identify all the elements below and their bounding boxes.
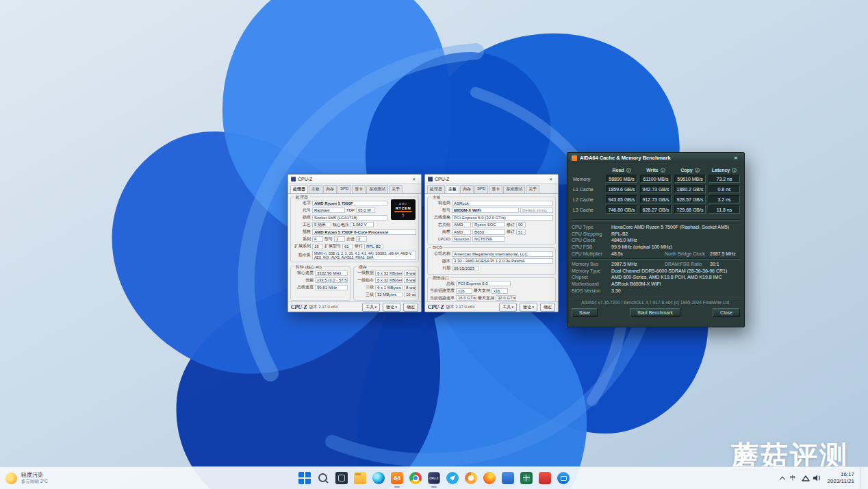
app-blue-icon: [502, 472, 514, 484]
bios-group: BIOS 公司名称American Megatrends Internation…: [427, 247, 556, 275]
app-red-icon: [539, 472, 551, 484]
l3-way: 16-way: [404, 292, 416, 297]
tab-5[interactable]: 显卡: [489, 185, 502, 193]
info-row: MotherboardASRock B650M-X WiFi: [572, 281, 740, 288]
tab-1[interactable]: 处理器: [427, 185, 445, 193]
lpcio-label: LPCIO: [430, 237, 450, 241]
close-button[interactable]: Close: [713, 308, 740, 317]
taskbar-icon-app-red[interactable]: [537, 470, 553, 486]
voltage-value: 1.082 V: [350, 222, 374, 227]
cpuz-window-processor[interactable]: CPU-Z 处理器主板内存SPD显卡基准测试关于 处理器 AMD RYZEN 5…: [288, 174, 422, 312]
info-label: Memory Bus: [572, 262, 611, 266]
version-text: 版本 2.17.0.x64: [309, 304, 338, 310]
tab-7[interactable]: 关于: [389, 185, 403, 193]
tab-6[interactable]: 基准测试: [503, 185, 525, 193]
tdp-value: 65.0 W: [356, 208, 375, 213]
specification-label: 规格: [293, 229, 311, 235]
mainboard-group: 主板 制造商ASRock 型号B650M-X WiFiDefault strin…: [427, 197, 556, 244]
tab-4[interactable]: SPD: [474, 185, 488, 193]
aida64-app-icon: [572, 155, 577, 161]
separator: [572, 219, 740, 221]
gpu-bus-label: 总线: [430, 281, 455, 287]
taskbar-icon-store[interactable]: [555, 470, 572, 486]
tab-2[interactable]: 主板: [309, 185, 322, 193]
info-icon: i: [626, 168, 631, 173]
instructions-value: MMX(+), SSE (1, 2, 3, 3S, 4.1, 4.2, 4A),…: [312, 251, 416, 260]
taskbar-icon-search[interactable]: [315, 470, 331, 486]
window-footer: CPU-Z 版本 2.17.0.x64 工具 验证 确定: [288, 301, 421, 312]
cpuz-window-mainboard[interactable]: CPU-Z 处理器主板内存SPD显卡基准测试关于 主板 制造商ASRock 型号…: [424, 174, 559, 312]
bench-row-label: L1 Cache: [572, 187, 603, 192]
close-icon[interactable]: [732, 155, 740, 161]
taskbar-icon-app-blue[interactable]: [500, 470, 516, 486]
taskbar-clock[interactable]: 16:17 2023/11/21: [828, 471, 854, 485]
bench-value-write: 61100 MB/s: [640, 175, 672, 183]
info-row: BIOS Version3.30: [572, 287, 740, 294]
close-icon[interactable]: [409, 175, 418, 183]
tab-2[interactable]: 主板: [446, 185, 459, 193]
tools-button[interactable]: 工具: [362, 303, 380, 312]
titlebar[interactable]: AIDA64 Cache & Memory Benchmark: [567, 153, 744, 163]
tab-3[interactable]: 内存: [460, 185, 474, 193]
tab-4[interactable]: SPD: [337, 185, 351, 193]
bench-value-read: 943.65 GB/s: [606, 195, 637, 203]
ime-language-indicator[interactable]: 中: [790, 474, 796, 482]
tab-3[interactable]: 内存: [323, 185, 337, 193]
weather-subtitle: 多云转晴 3°C: [21, 479, 48, 485]
taskbar-icon-chrome[interactable]: [407, 470, 424, 486]
system-info-list: CPU TypeHexaCore AMD Ryzen 5 7500F (Raph…: [567, 223, 744, 294]
taskbar-icon-cpu-z[interactable]: CPU-Z: [426, 470, 442, 486]
codename-value: Raphael: [312, 208, 345, 213]
tray-overflow-chevron-icon[interactable]: [780, 476, 785, 481]
group-title: 主板: [431, 195, 442, 201]
taskbar-icon-file-explorer[interactable]: [352, 470, 368, 486]
model-extra-value: Default string: [520, 208, 553, 213]
ok-button[interactable]: 确定: [540, 303, 555, 312]
cpuz-logo: CPU-Z: [291, 304, 307, 310]
manufacturer-label: 制造商: [430, 200, 450, 206]
separator: [572, 258, 740, 260]
taskbar: 轻度污染 多云转晴 3°C 64CPU-Z 中 16:17 2023/11/21: [0, 466, 868, 489]
taskbar-icon-excel[interactable]: [518, 470, 535, 486]
tray-time: 16:17: [828, 471, 854, 478]
model-label: 型号: [324, 236, 333, 242]
info-icon: i: [695, 168, 700, 173]
info-row: CPU Clock4846.0 MHz: [572, 237, 740, 244]
taskbar-icon-chrome-canary[interactable]: [463, 470, 479, 486]
taskbar-icon-firefox[interactable]: [481, 470, 498, 486]
info-value: 99.9 MHz (original 100 MHz): [611, 244, 740, 249]
ok-button[interactable]: 确定: [403, 303, 418, 312]
bench-value-write: 942.73 GB/s: [640, 185, 672, 193]
tab-7[interactable]: 关于: [526, 185, 539, 193]
core-speed-label: 核心速度: [293, 270, 314, 276]
tab-1[interactable]: 处理器: [290, 185, 308, 193]
task-view-icon: [335, 472, 348, 484]
network-volume-icons[interactable]: [802, 474, 822, 482]
bios-brand-label: 公司名称: [430, 251, 450, 257]
start-benchmark-button[interactable]: Start Benchmark: [630, 308, 680, 317]
tools-button[interactable]: 工具: [499, 303, 517, 312]
bench-row-label: L3 Cache: [572, 208, 603, 212]
taskbar-icon-edge[interactable]: [370, 470, 387, 486]
multiplier-label: 倍频: [293, 277, 314, 284]
titlebar[interactable]: CPU-Z: [288, 175, 421, 184]
taskbar-icon-telegram[interactable]: [444, 470, 461, 486]
close-icon[interactable]: [546, 175, 555, 183]
info-label: CPU Clock: [572, 238, 611, 242]
save-button[interactable]: Save: [572, 308, 598, 317]
validate-button[interactable]: 验证: [520, 303, 537, 312]
taskbar-icon-aida64[interactable]: 64: [389, 470, 405, 486]
taskbar-icon-task-view[interactable]: [333, 470, 350, 486]
ext-model-label: 扩展型号: [324, 243, 341, 249]
group-title: 时钟 (核心 #0): [294, 264, 323, 271]
l1-data-way: 8-way: [404, 271, 416, 276]
info-icon: i: [661, 168, 665, 173]
weather-widget[interactable]: 轻度污染 多云转晴 3°C: [5, 467, 48, 489]
tab-5[interactable]: 显卡: [352, 185, 366, 193]
taskbar-icon-start[interactable]: [296, 470, 313, 486]
show-desktop-edge[interactable]: [860, 467, 864, 489]
titlebar[interactable]: CPU-Z: [425, 175, 558, 184]
validate-button[interactable]: 验证: [383, 303, 400, 312]
aida64-window[interactable]: AIDA64 Cache & Memory Benchmark ReadiWri…: [567, 152, 745, 327]
tab-6[interactable]: 基准测试: [366, 185, 388, 193]
